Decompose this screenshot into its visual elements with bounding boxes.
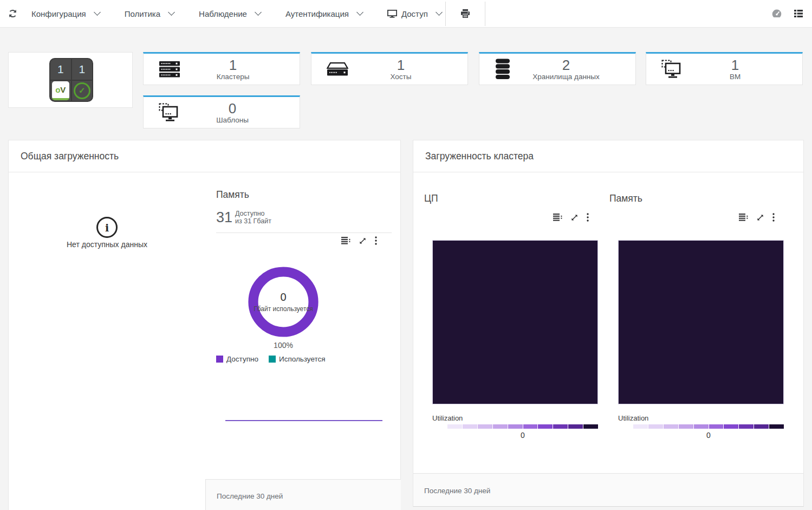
utilization-scale-step	[553, 424, 568, 429]
legend-swatch-used	[269, 356, 276, 363]
utilization-scale-step	[508, 424, 523, 429]
stat-card-vms[interactable]: 1 ВМ	[646, 52, 803, 85]
menu-access[interactable]: Доступ	[387, 9, 441, 18]
menu-monitoring[interactable]: Наблюдение	[199, 9, 261, 18]
check-circle-icon: ✓	[74, 82, 90, 99]
vms-count: 1	[682, 58, 788, 72]
printer-icon[interactable]	[460, 9, 470, 18]
legend-toggle-icon[interactable]	[553, 214, 562, 221]
legend-toggle-icon[interactable]	[341, 237, 350, 244]
cpu-utilization-label: Utilization	[432, 414, 463, 422]
kebab-menu-icon[interactable]	[587, 213, 589, 222]
utilization-scale-step	[493, 424, 508, 429]
clusters-label: Кластеры	[180, 73, 285, 81]
donut-percent-label: 100%	[247, 341, 320, 350]
storage-label: Хранилища данных	[511, 73, 621, 81]
list-icon[interactable]	[794, 9, 803, 18]
cpu-utilization-scale	[447, 424, 598, 429]
memory-utilization-label: Utilization	[618, 414, 648, 422]
memory-trend-sparkline[interactable]	[225, 420, 382, 421]
stat-card-storage[interactable]: 2 Хранилища данных	[479, 52, 636, 85]
utilization-scale-step	[664, 424, 678, 429]
donut-center-value: 0	[280, 291, 286, 304]
memory-available-line1: Доступно	[235, 210, 271, 217]
cluster-utilization-panel: Загруженность кластера ЦП Utilization 0 …	[413, 140, 804, 507]
gauge-icon[interactable]	[771, 9, 782, 18]
legend-swatch-available	[216, 356, 223, 363]
utilization-scale-step	[568, 424, 583, 429]
menu-configuration[interactable]: Конфигурация	[31, 9, 100, 18]
utilization-scale-step	[478, 424, 492, 429]
expand-icon[interactable]	[570, 214, 579, 222]
donut-center: 0 Гбайт используется	[247, 266, 320, 338]
cluster-panel-footer: Последние 30 дней	[413, 473, 803, 506]
chevron-down-icon	[168, 9, 175, 16]
hosts-label: Хосты	[348, 73, 453, 81]
stat-card-hosts[interactable]: 1 Хосты	[311, 52, 468, 85]
menu-authentication-label: Аутентификация	[285, 9, 349, 18]
datacenter-status-tile[interactable]: 1 1 oV ✓	[49, 58, 93, 102]
utilization-scale-step	[538, 424, 553, 429]
utilization-scale-step	[739, 424, 753, 429]
menu-monitoring-label: Наблюдение	[199, 9, 247, 18]
global-utilization-title: Общая загруженность	[9, 140, 400, 172]
chevron-down-icon	[356, 9, 363, 16]
utilization-scale-step	[648, 424, 663, 429]
hosts-count: 1	[348, 58, 453, 72]
memory-footer-text: Последние 30 дней	[217, 492, 283, 500]
menu-access-label: Доступ	[401, 9, 428, 18]
cpu-column-title: ЦП	[424, 193, 438, 204]
chevron-down-icon	[94, 9, 101, 16]
menu-authentication[interactable]: Аутентификация	[285, 9, 362, 18]
utilization-scale-step	[769, 424, 784, 429]
menu-policy[interactable]: Политика	[125, 9, 174, 18]
ovirt-logo[interactable]: oV	[50, 81, 71, 101]
kebab-menu-icon[interactable]	[375, 236, 377, 245]
utilization-scale-step	[463, 424, 477, 429]
kebab-menu-icon[interactable]	[772, 213, 775, 222]
print-section	[445, 2, 485, 26]
refresh-icon[interactable]	[8, 9, 17, 18]
clusters-icon	[159, 60, 180, 79]
cpu-chart-actions	[553, 213, 589, 222]
utilization-scale-step	[633, 424, 648, 429]
legend-item-available[interactable]: Доступно	[216, 355, 258, 363]
memory-card-title: Память	[216, 189, 249, 201]
global-utilization-panel: Общая загруженность i Нет доступных данн…	[8, 140, 401, 510]
divider	[216, 233, 392, 233]
stat-values: 2 Хранилища данных	[511, 58, 635, 81]
legend-item-used[interactable]: Используется	[269, 355, 326, 363]
donut-center-label: Гбайт используется	[254, 305, 313, 313]
memory-available-label: Доступно из 31 Гбайт	[235, 210, 271, 225]
cpu-heatmap[interactable]	[432, 240, 598, 404]
info-icon: i	[96, 217, 118, 238]
stat-card-templates[interactable]: 0 Шаблоны	[143, 95, 300, 128]
ovirt-dashboard: Конфигурация Политика Наблюдение Аутенти…	[0, 0, 812, 510]
storage-count: 2	[511, 58, 621, 72]
vm-icon	[661, 60, 682, 79]
expand-icon[interactable]	[359, 237, 367, 245]
navbar-view-switcher	[771, 0, 803, 27]
utilization-scale-step	[724, 424, 738, 429]
memory-card-footer: Последние 30 дней	[205, 479, 401, 510]
utilization-scale-step	[709, 424, 724, 429]
memory-heatmap[interactable]	[618, 240, 784, 404]
status-ok-cell[interactable]: ✓	[72, 81, 93, 101]
stat-card-clusters[interactable]: 1 Кластеры	[143, 52, 300, 85]
legend-label-available: Доступно	[226, 355, 258, 363]
memory-chart-actions	[739, 213, 775, 222]
memory-utilization-value: 0	[633, 431, 784, 440]
datacenter-status-card: 1 1 oV ✓	[8, 52, 133, 108]
memory-column-title: Память	[609, 193, 642, 204]
expand-icon[interactable]	[756, 214, 764, 222]
memory-donut-chart[interactable]: 0 Гбайт используется	[247, 266, 320, 338]
legend-toggle-icon[interactable]	[739, 214, 748, 221]
ovirt-logo-o: o	[55, 85, 60, 94]
status-count-top-left[interactable]: 1	[50, 59, 71, 80]
utilization-scale-step	[523, 424, 538, 429]
monitor-icon	[387, 10, 397, 18]
status-count-top-right[interactable]: 1	[72, 59, 93, 80]
legend-label-used: Используется	[279, 355, 326, 363]
utilization-scale-step	[679, 424, 693, 429]
no-data-text: Нет доступных данных	[9, 240, 205, 249]
